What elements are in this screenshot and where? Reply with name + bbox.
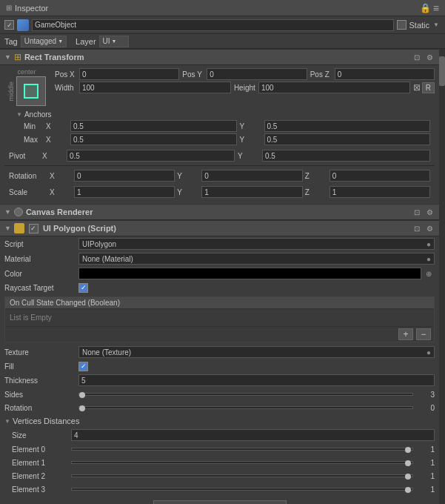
- width-input[interactable]: [79, 82, 231, 93]
- thickness-input[interactable]: [78, 374, 435, 386]
- material-label: Material: [4, 255, 78, 263]
- texture-select-icon[interactable]: ●: [426, 348, 431, 357]
- height-group: Height: [234, 82, 410, 93]
- rect-collapse-arrow[interactable]: ▼: [4, 53, 11, 61]
- element1-handle[interactable]: [405, 460, 411, 466]
- color-field[interactable]: [78, 268, 421, 279]
- element2-label: Element 2: [12, 472, 71, 480]
- element3-handle[interactable]: [405, 487, 411, 493]
- sides-value: 3: [416, 391, 435, 399]
- rect-menu-icon[interactable]: ⚙: [424, 52, 435, 62]
- add-component-row: Add Component: [0, 496, 439, 504]
- canvas-renderer-icon: [14, 208, 23, 216]
- script-select-icon[interactable]: ●: [426, 240, 431, 248]
- rot-z-input[interactable]: [329, 170, 430, 182]
- eyedropper-icon[interactable]: ⊕: [423, 268, 435, 279]
- scrollbar-thumb[interactable]: [439, 56, 445, 86]
- max-x-input[interactable]: [70, 133, 237, 145]
- pos-x-input[interactable]: [79, 68, 179, 80]
- vertices-collapse[interactable]: ▼: [4, 418, 10, 425]
- scrollbar[interactable]: [439, 49, 445, 504]
- resize-icon[interactable]: ⊠: [413, 82, 421, 93]
- pivot-row: Pivot X Y: [4, 148, 435, 163]
- material-select-icon[interactable]: ●: [426, 255, 431, 263]
- pivot-y-label: Y: [238, 152, 260, 160]
- layer-dropdown[interactable]: UI ▼: [99, 36, 129, 47]
- center-label: center: [17, 68, 36, 76]
- element3-slider[interactable]: [71, 488, 413, 491]
- section-body: ▼ ⊞ Rect Transform ⊡ ⚙ center middle: [0, 49, 445, 504]
- polygon-active-checkbox[interactable]: [29, 224, 39, 233]
- pos-z-input[interactable]: [335, 68, 435, 80]
- polygon-collapse-arrow[interactable]: ▼: [4, 225, 11, 232]
- rotation-slider-handle[interactable]: [79, 405, 85, 411]
- element0-slider[interactable]: [71, 448, 413, 451]
- element0-handle[interactable]: [405, 447, 411, 453]
- event-remove-btn[interactable]: −: [416, 328, 431, 340]
- texture-value-text: None (Texture): [82, 348, 131, 357]
- scale-y-input[interactable]: [201, 186, 302, 198]
- sides-row: Sides 3: [0, 388, 439, 401]
- polygon-copy-icon[interactable]: ⊡: [412, 223, 422, 233]
- canvas-menu-icon[interactable]: ⚙: [424, 207, 435, 217]
- rect-copy-icon[interactable]: ⊡: [412, 52, 422, 62]
- rot-x-input[interactable]: [74, 170, 175, 182]
- canvas-collapse-arrow[interactable]: ▼: [4, 208, 11, 216]
- anchor-visual[interactable]: [16, 76, 46, 106]
- scale-x-input[interactable]: [74, 186, 175, 198]
- sides-slider-handle[interactable]: [79, 392, 85, 398]
- texture-value-field[interactable]: None (Texture) ●: [78, 346, 435, 358]
- max-x-group: X: [46, 133, 237, 145]
- size-input[interactable]: [71, 429, 435, 441]
- layer-label: Layer: [76, 37, 96, 46]
- pos-fields: Pos X Pos Y Pos Z: [55, 68, 435, 95]
- add-component-button[interactable]: Add Component: [153, 500, 287, 504]
- element2-handle[interactable]: [405, 474, 411, 480]
- max-y-input[interactable]: [264, 133, 431, 145]
- layer-arrow: ▼: [112, 39, 117, 44]
- max-y-group: Y: [240, 133, 431, 145]
- anchors-collapse[interactable]: ▼: [16, 111, 22, 118]
- element1-slider[interactable]: [71, 461, 413, 464]
- element2-slider[interactable]: [71, 474, 413, 477]
- tag-dropdown[interactable]: Untagged ▼: [21, 36, 67, 47]
- static-checkbox[interactable]: [397, 20, 406, 30]
- gameobject-active-checkbox[interactable]: [4, 20, 14, 30]
- element1-label: Element 1: [12, 459, 71, 467]
- rot-y-input[interactable]: [201, 170, 302, 182]
- size-label: Size: [12, 431, 71, 440]
- polygon-menu-icon[interactable]: ⚙: [424, 223, 435, 233]
- lock-icon[interactable]: 🔒: [420, 3, 431, 13]
- scale-z-input[interactable]: [329, 186, 430, 198]
- min-x-input[interactable]: [70, 120, 237, 132]
- element3-label: Element 3: [12, 485, 71, 494]
- rotation-slider[interactable]: [78, 406, 413, 409]
- color-label: Color: [4, 270, 78, 278]
- rot-z-label: Z: [305, 172, 327, 180]
- static-dropdown-arrow[interactable]: ▼: [432, 21, 441, 30]
- pivot-x-input[interactable]: [67, 150, 235, 162]
- scale-fields: X Y Z: [50, 186, 430, 198]
- event-add-btn[interactable]: +: [398, 328, 413, 340]
- r-button[interactable]: R: [422, 82, 435, 93]
- min-x-label: X: [46, 122, 68, 130]
- pivot-y-input[interactable]: [262, 150, 430, 162]
- raycast-checkbox[interactable]: [78, 283, 88, 293]
- pos-y-input[interactable]: [207, 68, 307, 80]
- element1-value: 1: [416, 459, 435, 467]
- min-y-input[interactable]: [264, 120, 431, 132]
- scale-label: Scale: [9, 188, 50, 196]
- pos-y-group: Pos Y: [182, 68, 307, 80]
- canvas-copy-icon[interactable]: ⊡: [412, 207, 422, 217]
- material-value-field[interactable]: None (Material) ●: [78, 253, 435, 265]
- script-value-field[interactable]: UIPolygon ●: [78, 238, 435, 250]
- menu-icon[interactable]: ≡: [433, 2, 439, 14]
- vertices-section: ▼ Vertices Distances: [0, 414, 439, 428]
- width-group: Width: [55, 82, 231, 93]
- fill-checkbox[interactable]: [78, 362, 88, 371]
- sides-slider[interactable]: [78, 393, 413, 396]
- gameobject-name-input[interactable]: [32, 19, 394, 31]
- pivot-label: Pivot: [9, 152, 42, 160]
- sides-label: Sides: [4, 391, 78, 399]
- height-input[interactable]: [258, 82, 410, 93]
